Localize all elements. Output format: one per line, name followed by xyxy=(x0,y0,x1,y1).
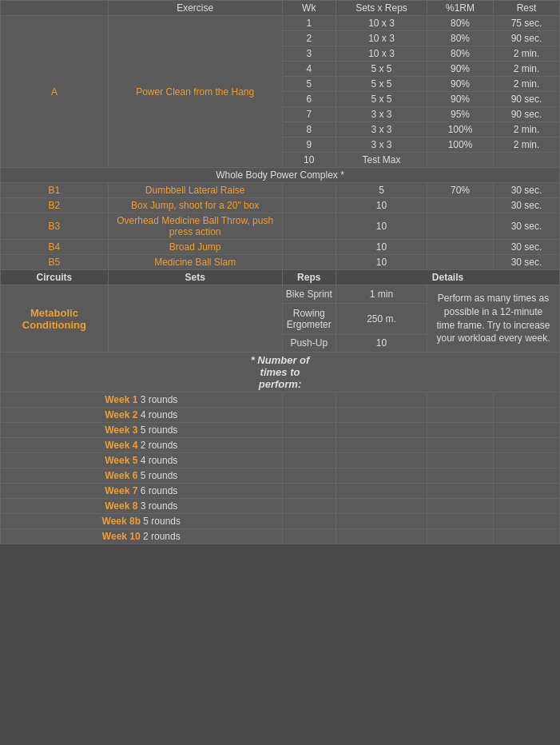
b-wk xyxy=(282,255,336,270)
week-empty-cell xyxy=(494,392,560,408)
sets-reps: 10 x 3 xyxy=(336,46,427,62)
rounds-value: 5 rounds xyxy=(141,470,178,481)
week-label: Week 8b xyxy=(102,516,144,527)
week-label: Week 4 xyxy=(105,440,140,451)
week-label: Week 5 xyxy=(105,455,140,466)
exercise-b: Medicine Ball Slam xyxy=(108,255,282,270)
b-pct1rm xyxy=(427,255,494,270)
sets-reps: 5 x 5 xyxy=(336,77,427,92)
week-number: 9 xyxy=(282,137,336,153)
col-header-circuit xyxy=(1,1,109,16)
week-empty-cell xyxy=(282,392,336,408)
rest xyxy=(494,153,560,168)
rest: 2 min. xyxy=(494,137,560,153)
week-label: Week 1 xyxy=(105,394,140,405)
week-empty-cell xyxy=(494,468,560,484)
col-header-rest: Rest xyxy=(494,1,560,16)
sets-reps: 3 x 3 xyxy=(336,107,427,122)
metabolic-detail-text: Perform as many times as possible in a 1… xyxy=(427,285,560,353)
b-sets-reps: 10 xyxy=(336,255,427,270)
sets-reps: 5 x 5 xyxy=(336,62,427,77)
exercise-power-clean: Power Clean from the Hang xyxy=(108,16,282,168)
pct1rm: 80% xyxy=(427,46,494,62)
week-empty-cell xyxy=(494,453,560,468)
week-number: 7 xyxy=(282,107,336,122)
rounds-value: 3 rounds xyxy=(141,500,178,512)
week-rounds-row: Week 2 4 rounds xyxy=(1,408,283,423)
section-b-label: B5 xyxy=(1,255,109,270)
pct1rm: 90% xyxy=(427,62,494,77)
b-pct1rm: 70% xyxy=(427,183,494,198)
week-empty-cell xyxy=(336,529,427,544)
exercise-b: Box Jump, shoot for a 20" box xyxy=(108,198,282,213)
section-b-label: B2 xyxy=(1,198,109,213)
week-empty-cell xyxy=(282,438,336,453)
b-sets-reps: 10 xyxy=(336,198,427,213)
rounds-value: 6 rounds xyxy=(141,485,178,496)
week-empty-cell xyxy=(282,423,336,438)
section-b-label: B3 xyxy=(1,213,109,240)
week-number: 8 xyxy=(282,122,336,137)
week-empty-cell xyxy=(427,423,494,438)
week-empty-cell xyxy=(494,484,560,499)
week-rounds-row: Week 10 2 rounds xyxy=(1,529,283,544)
week-label: Week 7 xyxy=(105,485,140,496)
pushup-reps: 10 xyxy=(336,334,427,353)
exercise-b: Dumbbell Lateral Raise xyxy=(108,183,282,198)
rest: 2 min. xyxy=(494,77,560,92)
week-empty-cell xyxy=(282,468,336,484)
week-empty-cell xyxy=(427,499,494,514)
rowing-ergometer-reps: 250 m. xyxy=(336,303,427,334)
week-number: 1 xyxy=(282,16,336,31)
b-pct1rm xyxy=(427,213,494,240)
rounds-value: 2 rounds xyxy=(141,440,178,451)
b-rest: 30 sec. xyxy=(494,213,560,240)
b-rest: 30 sec. xyxy=(494,240,560,255)
week-number: 5 xyxy=(282,77,336,92)
week-rounds-row: Week 4 2 rounds xyxy=(1,438,283,453)
week-empty-cell xyxy=(336,438,427,453)
week-number: 10 xyxy=(282,153,336,168)
rounds-value: 5 rounds xyxy=(141,424,178,436)
metabolic-sets xyxy=(108,285,282,353)
b-pct1rm xyxy=(427,198,494,213)
week-empty-cell xyxy=(282,408,336,423)
week-empty-cell xyxy=(336,468,427,484)
whole-body-header: Whole Body Power Complex * xyxy=(1,168,560,183)
rounds-value: 5 rounds xyxy=(143,516,181,527)
week-empty-cell xyxy=(494,423,560,438)
week-empty-cell xyxy=(427,529,494,544)
rest: 2 min. xyxy=(494,62,560,77)
week-empty-cell xyxy=(494,514,560,529)
week-empty-cell xyxy=(494,529,560,544)
b-pct1rm xyxy=(427,240,494,255)
pct1rm: 100% xyxy=(427,137,494,153)
rest: 90 sec. xyxy=(494,31,560,46)
circuits-header-details_label: Details xyxy=(336,270,559,285)
week-empty-cell xyxy=(427,484,494,499)
exercise-b: Broad Jump xyxy=(108,240,282,255)
week-empty-cell xyxy=(282,529,336,544)
pct1rm: 90% xyxy=(427,77,494,92)
sets-reps: 10 x 3 xyxy=(336,16,427,31)
week-empty-cell xyxy=(336,514,427,529)
week-rounds-row: Week 8 3 rounds xyxy=(1,499,283,514)
week-label: Week 8 xyxy=(105,500,140,512)
circuits-header-sets_label: Sets xyxy=(108,270,282,285)
week-rounds-row: Week 6 5 rounds xyxy=(1,468,283,484)
bike-sprint-name: Bike Sprint xyxy=(282,285,336,304)
col-header-wk: Wk xyxy=(282,1,336,16)
week-empty-cell xyxy=(427,438,494,453)
rounds-value: 4 rounds xyxy=(141,455,178,466)
week-rounds-row: Week 3 5 rounds xyxy=(1,423,283,438)
week-empty-cell xyxy=(282,484,336,499)
week-number: 6 xyxy=(282,92,336,107)
rest: 2 min. xyxy=(494,122,560,137)
week-label: Week 6 xyxy=(105,470,140,481)
col-header-exercise: Exercise xyxy=(108,1,282,16)
metabolic-conditioning-label: Metabolic Conditioning xyxy=(1,285,109,353)
pct1rm: 80% xyxy=(427,16,494,31)
rowing-ergometer-name: RowingErgometer xyxy=(282,303,336,334)
week-rounds-row: Week 1 3 rounds xyxy=(1,392,283,408)
rounds-value: 3 rounds xyxy=(141,394,178,405)
